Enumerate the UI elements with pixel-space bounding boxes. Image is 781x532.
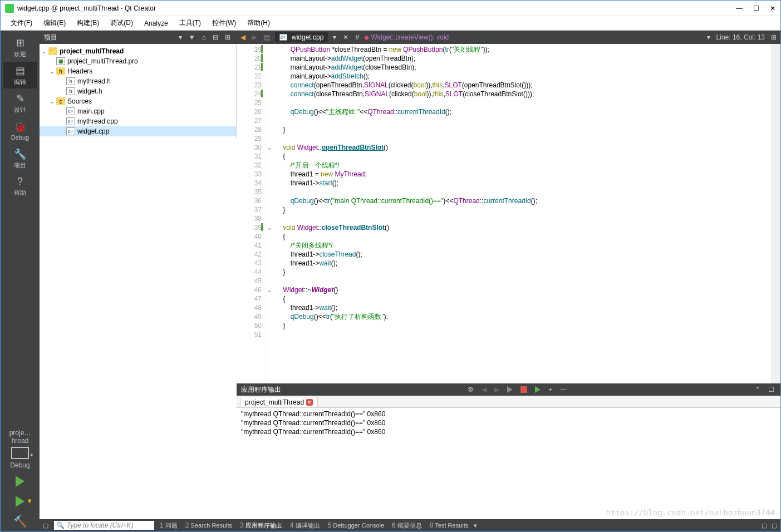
output-rerun-button[interactable] [533,386,542,393]
tree-label: project_multiThread.pro [67,57,138,65]
crumb-dropdown-icon[interactable]: ▾ [705,33,712,41]
status-tab[interactable]: 2 Search Results [185,521,232,530]
close-tab-button[interactable]: ✕ [341,33,350,41]
kit-name: proje…hread [3,429,37,445]
file-dropdown-icon[interactable]: ▾ [331,33,338,41]
run-button[interactable] [9,471,31,491]
menu-item[interactable]: 帮助(H) [243,17,274,29]
mode-label: 编辑 [14,78,26,86]
output-run-icon[interactable] [505,386,514,393]
output-remove-icon[interactable]: — [558,386,568,393]
status-dropdown-icon[interactable]: ▾ [474,522,477,529]
editor-split-icon[interactable]: ⊞ [769,33,778,41]
menu-item[interactable]: Analyze [140,18,173,28]
output-settings-icon[interactable]: ⚙ [466,386,475,393]
status-tab[interactable]: 4 编译输出 [290,521,320,530]
tree-item[interactable]: c+widget.cpp [40,126,236,136]
link-icon[interactable]: ⌂ [200,33,208,41]
qt-logo-icon [5,4,14,13]
vertical-scrollbar[interactable] [772,44,780,383]
project-tree[interactable]: ⌄📁project_multiThread▣project_multiThrea… [40,44,237,139]
mode-项目[interactable]: 🔧项目 [3,145,37,172]
status-tab[interactable]: 8 Test Results [430,521,468,530]
tree-label: project_multiThread [60,47,124,55]
filter-icon[interactable]: ▼ [187,33,197,41]
file-tab-name: widget.cpp [292,33,323,41]
tree-item[interactable]: ⌄hHeaders [40,66,236,76]
nav-back-button[interactable]: ◀ [239,33,247,41]
statusbar: ▢ 🔍 Type to locate (Ctrl+K) 1 问题2 Search… [40,519,780,531]
output-body[interactable]: "mythread QThread::currentThreadId()==" … [237,408,780,519]
output-prev-icon[interactable]: ◀ [480,386,488,393]
mode-sidebar: ⊞欢迎▤编辑✎设计🐞Debug🔧项目?帮助 proje…hread ▸ Debu… [1,31,40,531]
progress-toggle-icon[interactable]: ▢ [762,522,767,529]
nav-menu-icon[interactable]: ▤ [262,33,272,41]
mode-帮助[interactable]: ?帮助 [3,173,37,200]
tree-item[interactable]: ▣project_multiThread.pro [40,56,236,66]
menu-item[interactable]: 文件(F) [6,17,37,29]
mode-Debug[interactable]: 🐞Debug [3,117,37,144]
kit-config: Debug [3,461,37,469]
output-line: "mythread QThread::currentThreadId()==" … [241,428,776,437]
menu-item[interactable]: 编辑(E) [39,17,70,29]
mode-设计[interactable]: ✎设计 [3,90,37,116]
status-tab[interactable]: 3 应用程序输出 [240,521,282,530]
menu-item[interactable]: 调试(D) [106,17,137,29]
mode-label: 欢迎 [14,50,26,58]
split-editor-icon[interactable]: # [353,33,361,41]
tree-item[interactable]: c+main.cpp [40,106,236,116]
sidebar-toggle-icon[interactable]: ▢ [43,522,48,529]
output-line: "mythread QThread::currentThreadId()==" … [241,410,776,419]
menu-item[interactable]: 控件(W) [208,17,240,29]
debug-run-button[interactable] [9,491,31,511]
locator-input[interactable]: 🔍 Type to locate (Ctrl+K) [54,521,154,530]
tree-item[interactable]: hwidget.h [40,86,236,96]
code-editor[interactable]: 1920212223242526272829303132333435363738… [237,44,780,383]
tree-label: widget.h [77,87,102,95]
minimize-button[interactable]: — [736,5,743,12]
maximize-button[interactable]: ☐ [753,5,759,12]
file-icon: c+ [66,127,75,135]
close-output-tab-icon[interactable]: ✕ [306,399,313,406]
tree-item[interactable]: c+mythread.cpp [40,116,236,126]
menu-item[interactable]: 构建(B) [72,17,104,29]
file-icon: 📁 [48,47,57,55]
status-tab[interactable]: 5 Debugger Console [328,521,384,530]
mode-icon: ▤ [16,65,25,77]
mode-欢迎[interactable]: ⊞欢迎 [3,34,37,61]
status-tab[interactable]: 1 问题 [160,521,178,530]
mode-label: 帮助 [14,189,26,197]
output-maximize-icon[interactable]: ☐ [767,386,776,393]
kit-selector[interactable]: proje…hread ▸ Debug [3,427,37,471]
file-tab[interactable]: c+ widget.cpp [275,32,328,42]
sync-icon[interactable]: ⊟ [211,33,220,41]
tree-item[interactable]: hmythread.h [40,76,236,86]
mode-编辑[interactable]: ▤编辑 [3,62,37,88]
output-stop-button[interactable] [519,386,529,393]
tree-item[interactable]: ⌄cSources [40,96,236,106]
symbol-crumb[interactable]: ◆ Widget::createView(): void [364,33,449,41]
project-dropdown-icon[interactable]: ▾ [177,33,184,41]
output-tab-label: project_multiThread [245,398,304,406]
editor-toolbar: ◀ ▶ ▤ c+ widget.cpp ▾ ✕ # ◆ Widget::crea… [237,31,780,44]
close-button[interactable]: ✕ [769,5,776,12]
cursor-position: Line: 16, Col: 13 [716,33,765,41]
window-title: widget.cpp @ project_multiThread - Qt Cr… [17,4,736,12]
output-collapse-icon[interactable]: ⌃ [753,386,762,393]
output-tab[interactable]: project_multiThread ✕ [240,397,318,407]
split-icon[interactable]: ⊞ [223,33,232,41]
tree-label: mythread.cpp [77,117,118,125]
build-button[interactable]: 🔨 [9,511,31,531]
output-toggle-icon[interactable]: ▢ [772,522,777,529]
monitor-icon: ▸ [11,447,29,459]
file-icon: c+ [66,117,75,125]
nav-forward-button[interactable]: ▶ [250,33,259,41]
tree-label: main.cpp [77,107,105,115]
tree-item[interactable]: ⌄📁project_multiThread [40,46,236,56]
file-icon: ▣ [56,57,65,65]
chevron-icon: ⌄ [50,98,56,105]
output-next-icon[interactable]: ▶ [493,386,501,393]
status-tab[interactable]: 6 概要信息 [392,521,422,530]
output-add-icon[interactable]: + [547,386,554,393]
menu-item[interactable]: 工具(T) [175,17,205,29]
